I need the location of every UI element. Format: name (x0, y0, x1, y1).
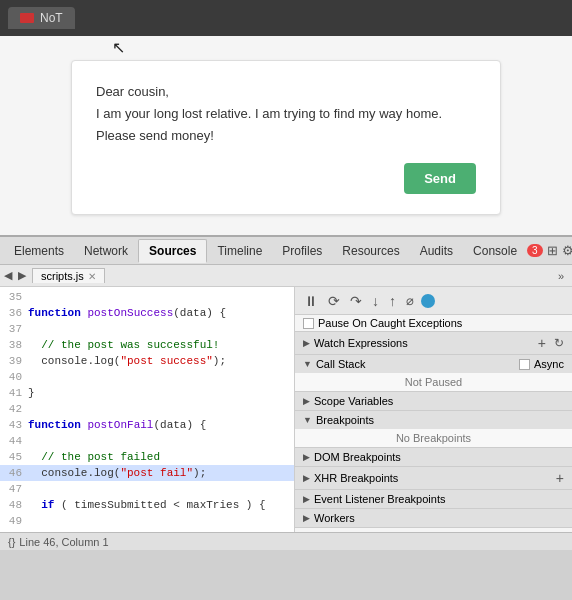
scope-arrow-icon: ▶ (303, 396, 310, 406)
async-checkbox[interactable] (519, 359, 530, 370)
breakpoints-label: Breakpoints (316, 414, 374, 426)
deactivate-button[interactable]: ⌀ (403, 291, 417, 310)
watch-expressions-section: ▶ Watch Expressions + ↻ (295, 332, 572, 355)
email-line2: I am your long lost relative. I am tryin… (96, 103, 476, 125)
tab-elements[interactable]: Elements (4, 240, 74, 262)
email-line1: Dear cousin, (96, 81, 476, 103)
step-out-button[interactable]: ↑ (386, 291, 399, 311)
pause-button[interactable]: ⏸ (301, 291, 321, 311)
code-line-42: 42 (0, 401, 294, 417)
code-lines: 35 36 function postOnSuccess(data) { 37 … (0, 287, 294, 532)
xhr-add-icon[interactable]: + (556, 470, 564, 486)
code-line-48: 48 if ( timesSubmitted < maxTries ) { (0, 497, 294, 513)
send-row: Send (96, 163, 476, 194)
resume-button[interactable]: ⟳ (325, 291, 343, 311)
breakpoints-header[interactable]: ▼ Breakpoints (295, 411, 572, 429)
xhr-breakpoints-section: ▶ XHR Breakpoints + (295, 467, 572, 490)
workers-label: Workers (314, 512, 355, 524)
pause-caught-section: Pause On Caught Exceptions (295, 315, 572, 332)
call-stack-content: Not Paused (295, 373, 572, 391)
code-line-46: 46 console.log("post fail"); (0, 465, 294, 481)
watch-expressions-header[interactable]: ▶ Watch Expressions + ↻ (295, 332, 572, 354)
async-label: Async (534, 358, 564, 370)
file-tab-label: scripts.js (41, 270, 84, 282)
call-stack-label: Call Stack (316, 358, 366, 370)
file-tab-bar: ◀ ▶ scripts.js ✕ » (0, 265, 572, 287)
mouse-cursor: ↖ (112, 38, 125, 57)
browser-tab[interactable]: NoT (8, 7, 75, 29)
nav-right-icon[interactable]: ▶ (18, 269, 26, 282)
tab-profiles[interactable]: Profiles (272, 240, 332, 262)
settings-icon[interactable]: ⚙ (562, 243, 572, 258)
call-stack-section: ▼ Call Stack Async Not Paused (295, 355, 572, 392)
nav-left-icon[interactable]: ◀ (4, 269, 12, 282)
xhr-breakpoints-label: XHR Breakpoints (314, 472, 398, 484)
file-tab-expand[interactable]: » (554, 270, 568, 282)
file-tab-close[interactable]: ✕ (88, 271, 96, 282)
dom-breakpoints-header[interactable]: ▶ DOM Breakpoints (295, 448, 572, 466)
email-line3: Please send money! (96, 125, 476, 147)
code-line-35: 35 (0, 289, 294, 305)
callstack-arrow-icon: ▼ (303, 359, 312, 369)
browser-bar: NoT (0, 0, 572, 36)
scope-variables-section: ▶ Scope Variables (295, 392, 572, 411)
watch-refresh-icon[interactable]: ↻ (554, 336, 564, 350)
tab-sources[interactable]: Sources (138, 239, 207, 263)
event-listener-section: ▶ Event Listener Breakpoints (295, 490, 572, 509)
status-icon: {} (8, 536, 15, 548)
scope-variables-header[interactable]: ▶ Scope Variables (295, 392, 572, 410)
code-line-40: 40 (0, 369, 294, 385)
status-text: Line 46, Column 1 (19, 536, 108, 548)
breakpoints-content: No Breakpoints (295, 429, 572, 447)
workers-header[interactable]: ▶ Workers (295, 509, 572, 527)
code-line-45: 45 // the post failed (0, 449, 294, 465)
tab-timeline[interactable]: Timeline (207, 240, 272, 262)
send-button[interactable]: Send (404, 163, 476, 194)
step-over-button[interactable]: ↷ (347, 291, 365, 311)
file-nav-next[interactable]: ▶ (18, 269, 26, 282)
tab-audits[interactable]: Audits (410, 240, 463, 262)
code-line-44: 44 (0, 433, 294, 449)
event-listener-label: Event Listener Breakpoints (314, 493, 445, 505)
code-line-38: 38 // the post was successful! (0, 337, 294, 353)
code-line-43: 43 function postOnFail(data) { (0, 417, 294, 433)
breakpoints-arrow-icon: ▼ (303, 415, 312, 425)
scope-variables-label: Scope Variables (314, 395, 393, 407)
event-listener-header[interactable]: ▶ Event Listener Breakpoints (295, 490, 572, 508)
xhr-breakpoints-header[interactable]: ▶ XHR Breakpoints + (295, 467, 572, 489)
email-body: Dear cousin, I am your long lost relativ… (96, 81, 476, 147)
tab-resources[interactable]: Resources (332, 240, 409, 262)
tab-label: NoT (40, 11, 63, 25)
pause-caught-checkbox[interactable] (303, 318, 314, 329)
dom-breakpoints-arrow-icon: ▶ (303, 452, 310, 462)
code-line-37: 37 (0, 321, 294, 337)
watch-add-icon[interactable]: + (538, 335, 546, 351)
pause-caught-row: Pause On Caught Exceptions (295, 315, 572, 331)
breakpoints-section: ▼ Breakpoints No Breakpoints (295, 411, 572, 448)
file-nav-prev[interactable]: ◀ (4, 269, 12, 282)
code-line-36: 36 function postOnSuccess(data) { (0, 305, 294, 321)
code-line-39: 39 console.log("post success"); (0, 353, 294, 369)
tab-network[interactable]: Network (74, 240, 138, 262)
tab-console[interactable]: Console (463, 240, 527, 262)
xhr-breakpoints-arrow-icon: ▶ (303, 473, 310, 483)
filter-icon[interactable]: ⊞ (547, 243, 558, 258)
code-line-49: 49 (0, 513, 294, 529)
debugger-controls: ⏸ ⟳ ↷ ↓ ↑ ⌀ (295, 287, 572, 315)
devtools-tabs: Elements Network Sources Timeline Profil… (0, 237, 572, 265)
code-panel[interactable]: 35 36 function postOnSuccess(data) { 37 … (0, 287, 295, 532)
watch-arrow-icon: ▶ (303, 338, 310, 348)
code-line-41: 41 } (0, 385, 294, 401)
file-tab-scripts[interactable]: scripts.js ✕ (32, 268, 105, 283)
not-paused-label: Not Paused (405, 376, 462, 388)
watch-expressions-label: Watch Expressions (314, 337, 408, 349)
pause-indicator (421, 294, 435, 308)
call-stack-header[interactable]: ▼ Call Stack Async (295, 355, 572, 373)
step-into-button[interactable]: ↓ (369, 291, 382, 311)
error-badge: 3 (527, 244, 543, 257)
devtools-panel: Elements Network Sources Timeline Profil… (0, 235, 572, 550)
workers-arrow-icon: ▶ (303, 513, 310, 523)
status-bar: {} Line 46, Column 1 (0, 532, 572, 550)
dom-breakpoints-label: DOM Breakpoints (314, 451, 401, 463)
mail-icon (20, 13, 34, 23)
